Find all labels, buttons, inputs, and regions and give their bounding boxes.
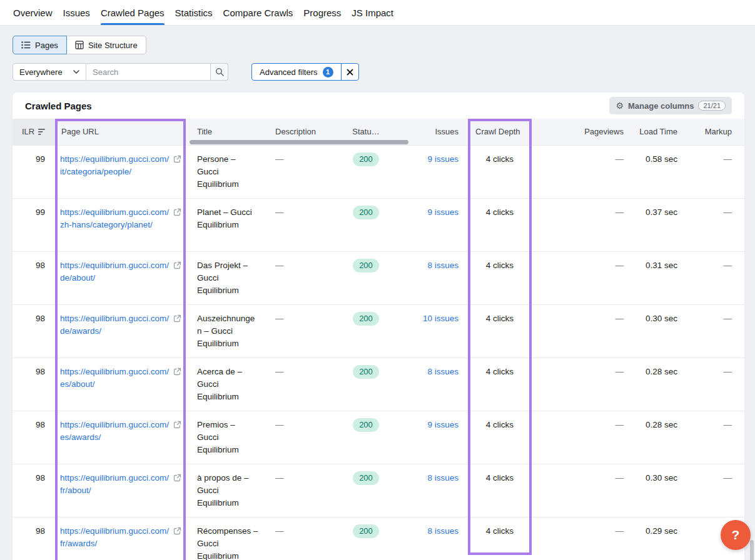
column-header-load-time[interactable]: Load Time [629, 119, 682, 145]
column-header-crawl-depth[interactable]: Crawl Depth [468, 119, 532, 145]
toggle-site-structure-button[interactable]: Site Structure [67, 36, 146, 54]
issues-cell: 9 issues [403, 146, 461, 198]
page-url-cell: https://equilibrium.gucci.com/es/awards/ [55, 411, 186, 464]
ilr-value: 98 [13, 252, 55, 304]
column-header-page-url[interactable]: Page URL [55, 119, 186, 145]
column-header-issues[interactable]: Issues [403, 119, 461, 145]
ilr-value: 98 [13, 464, 55, 517]
horizontal-scrollbar-thumb[interactable] [190, 140, 408, 144]
advanced-filters-group: Advanced filters 1 [251, 63, 359, 81]
search-scope-select[interactable]: Everywhere [13, 63, 86, 81]
external-link-icon[interactable] [173, 312, 182, 358]
site-structure-grid-icon [75, 41, 84, 49]
status-cell: 200 [328, 464, 403, 517]
issues-link[interactable]: 9 issues [427, 208, 459, 217]
load-time-value: 0.31 sec [629, 252, 682, 304]
external-link-icon[interactable] [173, 259, 182, 304]
ilr-value: 98 [13, 518, 55, 560]
page-url-link[interactable]: https://equilibrium.gucci.com/it/categor… [60, 153, 171, 198]
page-url-link[interactable]: https://equilibrium.gucci.com/zh-hans/ca… [60, 206, 171, 251]
external-link-icon[interactable] [173, 472, 182, 517]
nav-tab-issues[interactable]: Issues [63, 0, 90, 25]
filter-bar: Everywhere Advanced filters 1 [13, 63, 359, 81]
column-gap [461, 252, 468, 304]
issues-link[interactable]: 8 issues [427, 367, 459, 376]
title-value: Planet – Gucci Equilibrium [186, 199, 266, 251]
column-gap [461, 518, 468, 560]
page-url-cell: https://equilibrium.gucci.com/fr/awards/ [55, 518, 186, 560]
sort-descending-icon [38, 127, 46, 136]
nav-tab-js-impact[interactable]: JS Impact [352, 0, 393, 25]
manage-columns-label: Manage columns [628, 101, 694, 111]
title-value: à propos de – Gucci Equilibrium [186, 464, 266, 517]
issues-cell: 10 issues [403, 305, 461, 358]
ilr-value: 98 [13, 358, 55, 411]
issues-link[interactable]: 9 issues [427, 420, 459, 429]
pageviews-value: — [532, 305, 629, 358]
issues-link[interactable]: 8 issues [427, 261, 459, 270]
status-badge: 200 [353, 471, 379, 485]
status-cell: 200 [328, 199, 403, 251]
search-icon [215, 68, 224, 76]
page-url-link[interactable]: https://equilibrium.gucci.com/de/about/ [60, 259, 171, 304]
load-time-value: 0.30 sec [629, 464, 682, 517]
page-url-link[interactable]: https://equilibrium.gucci.com/es/awards/ [60, 419, 171, 464]
external-link-icon[interactable] [173, 153, 182, 198]
nav-tab-progress[interactable]: Progress [303, 0, 341, 25]
advanced-filters-button[interactable]: Advanced filters 1 [252, 64, 341, 80]
clear-advanced-filters-button[interactable] [341, 64, 358, 80]
status-badge: 200 [353, 365, 379, 379]
crawl-depth-value: 4 clicks [468, 199, 532, 251]
page-url-link[interactable]: https://equilibrium.gucci.com/fr/about/ [60, 472, 171, 517]
column-header-markup[interactable]: Markup [682, 119, 737, 145]
column-header-pageviews[interactable]: Pageviews [532, 119, 629, 145]
title-value: Premios – Gucci Equilibrium [186, 411, 266, 464]
help-button[interactable]: ? [721, 520, 751, 550]
load-time-value: 0.58 sec [629, 146, 682, 198]
vertical-scrollbar-thumb[interactable] [750, 540, 754, 560]
page-url-link[interactable]: https://equilibrium.gucci.com/es/about/ [60, 366, 171, 411]
nav-tab-statistics[interactable]: Statistics [175, 0, 213, 25]
issues-link[interactable]: 8 issues [427, 526, 459, 536]
crawled-pages-card: Crawled Pages ⚙ Manage columns 21/21 ILR… [13, 92, 744, 560]
manage-columns-button[interactable]: ⚙ Manage columns 21/21 [609, 97, 732, 114]
page-url-cell: https://equilibrium.gucci.com/de/awards/ [55, 305, 186, 358]
status-badge: 200 [353, 206, 379, 219]
markup-value: — [682, 464, 737, 517]
status-cell: 200 [328, 146, 403, 198]
column-gap [461, 411, 468, 464]
top-nav-tabs: OverviewIssuesCrawled PagesStatisticsCom… [0, 0, 755, 26]
column-gap [461, 305, 468, 358]
title-value: Auszeichnungen – Gucci Equilibrium [186, 305, 266, 358]
nav-tab-overview[interactable]: Overview [13, 0, 53, 25]
issues-cell: 9 issues [403, 199, 461, 251]
page-url-link[interactable]: https://equilibrium.gucci.com/de/awards/ [60, 312, 171, 358]
external-link-icon[interactable] [173, 206, 182, 251]
page-url-link[interactable]: https://equilibrium.gucci.com/fr/awards/ [60, 525, 171, 560]
crawl-depth-value: 4 clicks [468, 252, 532, 304]
table-row: 98 https://equilibrium.gucci.com/fr/awar… [13, 517, 744, 560]
description-value: — [266, 252, 328, 304]
ilr-value: 99 [13, 146, 55, 198]
column-gap [461, 199, 468, 251]
external-link-icon[interactable] [173, 366, 182, 411]
title-value: Persone – Gucci Equilibrium [186, 146, 266, 198]
nav-tab-crawled-pages[interactable]: Crawled Pages [101, 0, 165, 25]
external-link-icon[interactable] [173, 419, 182, 464]
status-badge: 200 [353, 312, 379, 326]
pageviews-value: — [532, 199, 629, 251]
table-row: 98 https://equilibrium.gucci.com/es/abou… [13, 358, 744, 411]
column-gap [461, 119, 468, 145]
search-input[interactable] [86, 63, 211, 81]
description-value: — [266, 411, 328, 464]
issues-link[interactable]: 8 issues [427, 473, 459, 482]
search-button[interactable] [211, 63, 228, 81]
ilr-value: 98 [13, 305, 55, 358]
issues-link[interactable]: 10 issues [423, 314, 459, 323]
toggle-pages-button[interactable]: Pages [13, 36, 67, 54]
column-header-ilr[interactable]: ILR [13, 119, 55, 145]
nav-tab-compare-crawls[interactable]: Compare Crawls [223, 0, 293, 25]
external-link-icon[interactable] [173, 525, 182, 560]
issues-link[interactable]: 9 issues [427, 154, 459, 164]
advanced-filters-count-badge: 1 [323, 67, 333, 78]
